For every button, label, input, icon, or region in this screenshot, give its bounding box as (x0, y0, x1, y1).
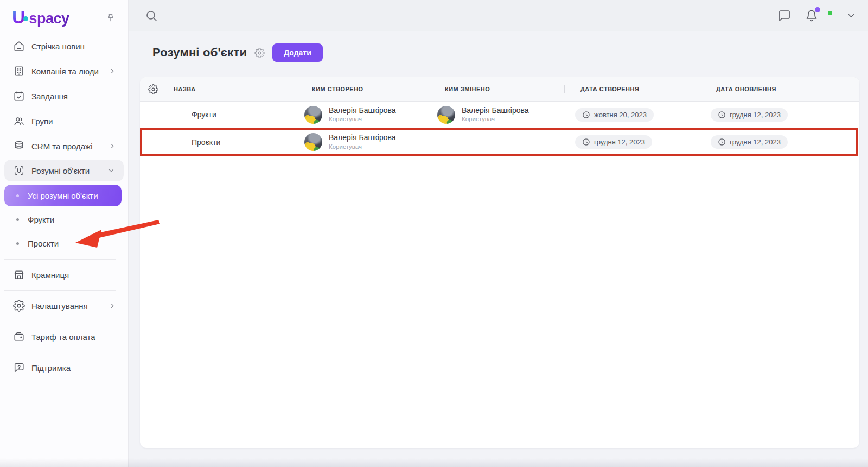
sidebar-subitem-label: Проєкти (28, 239, 59, 248)
sidebar-subitem-projects[interactable]: Проєкти (0, 231, 128, 255)
column-header-updated-date[interactable]: ДАТА ОНОВЛЕННЯ (700, 86, 859, 92)
bullet-icon (16, 194, 19, 197)
bullet-icon (16, 242, 19, 245)
person-role: Користувач (329, 115, 396, 123)
date-pill: грудня 12, 2023 (711, 108, 788, 122)
date-text: грудня 12, 2023 (730, 111, 781, 119)
user-avatar (437, 106, 455, 124)
sidebar-item-marketplace[interactable]: Крамниця (0, 263, 128, 286)
created-date-cell: жовтня 20, 2023 (564, 108, 700, 122)
pin-sidebar-icon[interactable] (105, 12, 116, 23)
logo-text: spacy (29, 10, 69, 27)
profile-chevron-down-icon[interactable] (846, 11, 856, 21)
person-name: Валерія Башкірова (329, 106, 396, 116)
person-name: Валерія Башкірова (462, 106, 529, 116)
user-avatar (304, 106, 322, 124)
table-row-fruits[interactable]: Фрукти Валерія Башкірова Користувач Вале… (140, 102, 859, 128)
chevron-down-icon (107, 167, 115, 174)
add-button[interactable]: Додати (272, 43, 323, 62)
divider (4, 290, 116, 291)
date-text: жовтня 20, 2023 (594, 111, 647, 119)
sidebar-item-label: Підтримка (31, 363, 119, 373)
person-name: Валерія Башкірова (329, 133, 396, 143)
sidebar-item-crm-sales[interactable]: CRM та продажі (0, 134, 128, 159)
shop-icon (13, 269, 25, 281)
sidebar-item-news-feed[interactable]: Стрічка новин (0, 34, 128, 59)
uspacy-logo[interactable]: U spacy (12, 7, 69, 28)
sidebar-item-label: Тариф та оплата (31, 332, 119, 342)
notifications-bell-icon[interactable] (805, 9, 818, 22)
sidebar-item-smart-objects[interactable]: Розумні об'єкти (4, 160, 124, 181)
column-divider (564, 85, 565, 93)
page-title: Розумні об'єкти (152, 46, 247, 60)
sidebar-item-label: Крамниця (31, 270, 119, 280)
building-icon (13, 65, 25, 77)
row-name: Проєкти (166, 138, 296, 147)
bullet-icon (16, 218, 19, 221)
database-icon (13, 140, 25, 152)
column-header-created-by[interactable]: КИМ СТВОРЕНО (296, 86, 429, 92)
column-divider (296, 85, 296, 93)
main-content: Розумні об'єкти Додати НАЗВА КИМ СТВОРЕН… (129, 31, 868, 467)
date-pill: грудня 12, 2023 (575, 135, 652, 149)
sidebar-item-label: Стрічка новин (31, 42, 119, 51)
sidebar-group-smart-objects: Розумні об'єкти (4, 160, 124, 181)
sidebar-item-label: Компанія та люди (31, 67, 108, 76)
divider (4, 321, 116, 321)
date-text: грудня 12, 2023 (730, 138, 781, 146)
person-role: Користувач (462, 115, 529, 123)
sidebar-item-support[interactable]: Підтримка (0, 356, 128, 379)
sidebar-subitem-label: Фрукти (28, 215, 54, 224)
column-header-name[interactable]: НАЗВА (166, 86, 296, 92)
created-by-cell: Валерія Башкірова Користувач (296, 106, 429, 124)
chat-icon[interactable] (778, 9, 791, 22)
created-by-cell: Валерія Башкірова Користувач (296, 133, 429, 151)
date-text: грудня 12, 2023 (594, 138, 645, 146)
column-divider (429, 85, 429, 93)
sidebar-subitem-label: Усі розумні об'єкти (28, 191, 98, 200)
created-date-cell: грудня 12, 2023 (564, 135, 700, 149)
support-chat-icon (13, 362, 25, 374)
search-icon[interactable] (145, 9, 158, 22)
person-role: Користувач (329, 143, 396, 151)
sidebar-subitem-all-smart-objects[interactable]: Усі розумні об'єкти (4, 185, 122, 206)
modified-by-cell: Валерія Башкірова Користувач (429, 106, 564, 124)
table-row-projects-highlighted[interactable]: Проєкти Валерія Башкірова Користувач (140, 128, 859, 156)
column-header-created-date[interactable]: ДАТА СТВОРЕННЯ (564, 86, 700, 92)
sidebar-nav: Стрічка новин Компанія та люди Завдання … (0, 31, 128, 379)
table-settings-gear-icon[interactable] (140, 84, 166, 94)
smart-objects-icon (13, 165, 25, 176)
smart-objects-table: НАЗВА КИМ СТВОРЕНО КИМ ЗМІНЕНО ДАТА СТВО… (140, 77, 859, 448)
sidebar: U spacy Стрічка новин Компанія та люди З… (0, 0, 129, 467)
sidebar-item-label: Налаштування (31, 301, 108, 311)
date-pill: грудня 12, 2023 (711, 135, 788, 149)
sidebar-bottom-nav: Крамниця Налаштування Тариф та оплата Пі… (0, 259, 128, 379)
sidebar-item-label: CRM та продажі (31, 142, 108, 151)
sidebar-item-settings[interactable]: Налаштування (0, 294, 128, 317)
logo-dot (23, 16, 28, 21)
chevron-right-icon (108, 302, 116, 310)
sidebar-item-label: Розумні об'єкти (31, 166, 107, 175)
sidebar-item-tariff-payment[interactable]: Тариф та оплата (0, 325, 128, 348)
sidebar-item-label: Групи (31, 117, 119, 126)
updated-date-cell: грудня 12, 2023 (700, 108, 859, 122)
sidebar-subitem-fruits[interactable]: Фрукти (0, 207, 128, 231)
page-settings-gear-icon[interactable] (254, 48, 265, 58)
updated-date-cell: грудня 12, 2023 (700, 135, 859, 149)
clock-icon (718, 111, 726, 119)
divider (4, 352, 116, 352)
chevron-right-icon (108, 67, 116, 75)
gear-icon (13, 300, 25, 312)
notification-dot (815, 7, 820, 12)
sidebar-item-tasks[interactable]: Завдання (0, 84, 128, 109)
topbar (129, 0, 868, 31)
table-header: НАЗВА КИМ СТВОРЕНО КИМ ЗМІНЕНО ДАТА СТВО… (140, 77, 859, 102)
clock-icon (718, 138, 726, 146)
clock-icon (582, 138, 590, 146)
column-header-modified-by[interactable]: КИМ ЗМІНЕНО (429, 86, 564, 92)
divider (4, 259, 116, 260)
sidebar-item-groups[interactable]: Групи (0, 109, 128, 134)
logo-letter-u: U (12, 7, 24, 28)
date-pill: жовтня 20, 2023 (575, 108, 654, 122)
sidebar-item-company-people[interactable]: Компанія та люди (0, 59, 128, 84)
